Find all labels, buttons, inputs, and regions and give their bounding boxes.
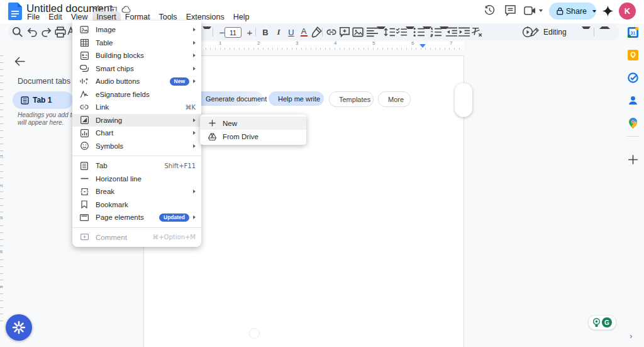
tasks-icon[interactable] <box>628 72 638 83</box>
underline-button[interactable]: U <box>286 26 297 38</box>
ruler-number: 3 <box>0 216 4 219</box>
menu-item-audio-buttons[interactable]: Audio buttons New <box>72 75 201 88</box>
toolbar-divider <box>213 28 213 37</box>
ruler-number: 1 <box>219 40 221 46</box>
ruler-number: 6 <box>411 40 414 46</box>
menu-item-esignature[interactable]: eSignature fields <box>72 88 201 101</box>
highlight-icon[interactable] <box>311 26 322 38</box>
more-chip[interactable]: More <box>378 91 411 107</box>
menu-item-bookmark[interactable]: Bookmark <box>72 198 201 212</box>
insert-link-icon[interactable] <box>326 26 337 38</box>
share-button[interactable]: Share <box>549 3 596 20</box>
calendar-icon[interactable]: 31 <box>628 27 638 38</box>
audio-buttons-icon <box>80 77 89 86</box>
grammarly-widget[interactable]: G <box>588 315 616 330</box>
smart-chips-icon <box>80 64 89 73</box>
get-addons-plus-icon[interactable] <box>628 154 638 165</box>
templates-chip[interactable]: Templates <box>329 91 374 107</box>
meet-video-icon[interactable] <box>524 6 536 15</box>
menu-item-drawing[interactable]: Drawing <box>72 114 201 127</box>
insert-image-icon[interactable] <box>352 26 364 38</box>
menu-item-break[interactable]: Break <box>72 185 201 198</box>
paint-format-caret[interactable] <box>203 26 211 29</box>
sidebar-item-tab1[interactable]: Tab 1 <box>13 91 73 109</box>
print-icon[interactable] <box>55 26 66 38</box>
explore-icon[interactable] <box>249 328 260 339</box>
font-size-input[interactable]: 11 <box>225 27 242 38</box>
symbols-icon <box>80 142 89 151</box>
text-color-button[interactable]: A <box>298 26 309 38</box>
ruler-number: 1 <box>0 154 4 157</box>
line-spacing-icon[interactable] <box>384 26 395 38</box>
submenu-arrow <box>193 118 196 122</box>
table-icon <box>80 38 89 47</box>
ruler-number: 3 <box>296 40 298 46</box>
menu-item-comment[interactable]: Comment ⌘+Option+M <box>72 231 201 244</box>
gemini-star-icon[interactable] <box>602 6 613 16</box>
font-size-increase[interactable]: + <box>244 26 255 38</box>
submenu-arrow <box>193 215 196 219</box>
submenu-arrow <box>193 28 196 31</box>
keep-icon[interactable] <box>628 50 638 60</box>
menu-item-chart[interactable]: Chart <box>72 127 201 140</box>
meet-dropdown-caret[interactable] <box>539 9 543 12</box>
ruler-number: 5 <box>372 40 375 46</box>
starburst-icon <box>12 321 26 334</box>
menu-help[interactable]: Help <box>229 11 254 23</box>
menu-item-building-blocks[interactable]: Building blocks <box>72 49 201 62</box>
increase-indent-icon[interactable] <box>458 26 470 38</box>
decrease-indent-icon[interactable] <box>446 26 457 38</box>
avatar[interactable]: K <box>619 3 636 20</box>
comments-icon[interactable] <box>504 4 516 16</box>
help-me-write-chip[interactable]: Help me write <box>269 91 324 106</box>
hide-menus-chevron[interactable] <box>599 26 610 29</box>
menu-item-symbols[interactable]: Symbols <box>72 140 201 153</box>
tab-label: Tab 1 <box>33 96 52 105</box>
shortcut: ⌘K <box>185 104 196 111</box>
toolbar-divider <box>364 28 364 37</box>
maps-icon[interactable] <box>628 118 638 128</box>
esignature-icon <box>80 90 89 99</box>
back-arrow-icon[interactable] <box>14 57 25 66</box>
drawing-icon <box>80 116 89 125</box>
editing-mode-caret[interactable] <box>582 26 591 29</box>
menu-item-horizontal-line[interactable]: Horizontal line <box>72 173 201 186</box>
menu-divider <box>72 156 201 156</box>
document-tabs-heading: Document tabs <box>18 77 70 86</box>
menu-file[interactable]: File <box>23 11 44 23</box>
svg-text:31: 31 <box>631 31 636 35</box>
assistant-fab[interactable] <box>6 314 32 341</box>
toolbar-divider <box>255 28 256 37</box>
chart-icon <box>80 128 89 137</box>
italic-button[interactable]: I <box>273 26 284 38</box>
updated-badge: Updated <box>159 213 189 222</box>
contacts-icon[interactable] <box>628 95 638 106</box>
undo-icon[interactable] <box>26 26 38 38</box>
menu-item-smart-chips[interactable]: Smart chips <box>72 62 201 76</box>
menu-item-link[interactable]: Link ⌘K <box>72 101 201 114</box>
clear-formatting-icon[interactable] <box>471 26 482 38</box>
menu-edit[interactable]: Edit <box>44 11 67 23</box>
horizontal-line-icon <box>80 174 89 183</box>
side-panel-expand-chevron[interactable]: › <box>630 332 633 341</box>
plus-icon <box>208 119 216 128</box>
docs-logo-icon[interactable] <box>8 3 22 20</box>
page-elements-icon <box>80 213 89 222</box>
menu-item-tab[interactable]: Tab Shift+F11 <box>72 159 201 173</box>
add-comment-icon[interactable] <box>339 26 350 38</box>
chip-label: Templates <box>339 96 370 103</box>
submenu-item-new[interactable]: New <box>200 117 306 130</box>
menu-item-image[interactable]: Image <box>72 23 201 37</box>
ruler-number: 7 <box>450 40 452 46</box>
submenu-item-from-drive[interactable]: From Drive <box>200 130 306 143</box>
menu-item-page-elements[interactable]: Page elements Updated <box>72 211 201 224</box>
generate-document-chip[interactable]: Generate document <box>196 91 263 106</box>
menu-item-table[interactable]: Table <box>72 37 201 50</box>
bold-button[interactable]: B <box>260 26 271 38</box>
search-icon[interactable] <box>12 26 23 38</box>
version-history-icon[interactable] <box>484 4 496 16</box>
share-dropdown-caret[interactable] <box>592 10 596 13</box>
redo-icon[interactable] <box>41 26 52 38</box>
indent-marker[interactable] <box>419 44 426 48</box>
shortcut: Shift+F11 <box>164 162 196 169</box>
